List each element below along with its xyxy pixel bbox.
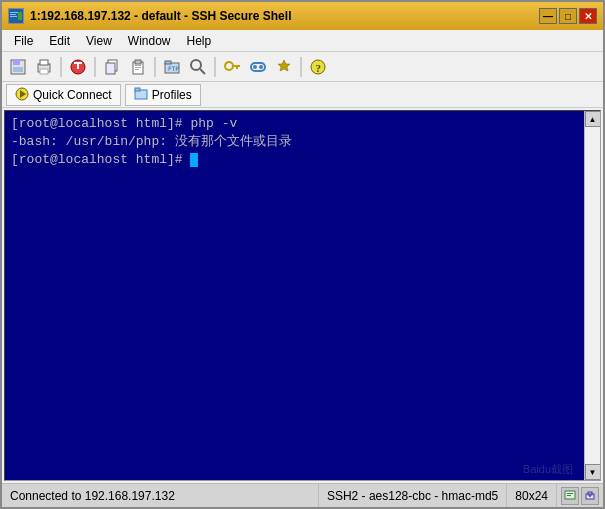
tunnel-toolbar-btn[interactable] bbox=[246, 55, 270, 79]
toolbar-sep-1 bbox=[60, 57, 62, 77]
svg-point-32 bbox=[259, 65, 263, 69]
status-icon-1[interactable] bbox=[561, 487, 579, 505]
svg-text:FTP: FTP bbox=[168, 65, 179, 72]
svg-point-31 bbox=[253, 65, 257, 69]
save-toolbar-btn[interactable] bbox=[6, 55, 30, 79]
svg-point-24 bbox=[191, 60, 201, 70]
svg-rect-7 bbox=[13, 67, 23, 72]
svg-rect-4 bbox=[18, 12, 22, 20]
menu-help[interactable]: Help bbox=[179, 32, 220, 50]
svg-rect-2 bbox=[10, 14, 16, 15]
close-button[interactable]: ✕ bbox=[579, 8, 597, 24]
menu-file[interactable]: File bbox=[6, 32, 41, 50]
scroll-up-button[interactable]: ▲ bbox=[585, 111, 601, 127]
svg-rect-27 bbox=[232, 65, 239, 67]
window-title: 1:192.168.197.132 - default - SSH Secure… bbox=[30, 9, 291, 23]
profiles-icon bbox=[134, 87, 148, 103]
scroll-down-button[interactable]: ▼ bbox=[585, 464, 601, 480]
toolbar-sep-2 bbox=[94, 57, 96, 77]
svg-rect-13 bbox=[74, 62, 82, 64]
svg-rect-41 bbox=[567, 493, 573, 494]
svg-rect-42 bbox=[567, 495, 571, 496]
toolbar-sep-3 bbox=[154, 57, 156, 77]
svg-point-26 bbox=[225, 62, 233, 70]
svg-rect-19 bbox=[135, 67, 141, 68]
svg-rect-39 bbox=[135, 88, 140, 91]
app-icon bbox=[8, 8, 24, 24]
encryption-status: SSH2 - aes128-cbc - hmac-md5 bbox=[319, 484, 507, 507]
key-toolbar-btn[interactable] bbox=[220, 55, 244, 79]
sftp-toolbar-btn[interactable]: FTP bbox=[160, 55, 184, 79]
toolbar-sep-4 bbox=[214, 57, 216, 77]
svg-marker-33 bbox=[278, 60, 290, 71]
terminal-container: [root@localhost html]# php -v -bash: /us… bbox=[4, 110, 601, 481]
status-icons bbox=[557, 487, 603, 505]
find-toolbar-btn[interactable] bbox=[186, 55, 210, 79]
print-toolbar-btn[interactable] bbox=[32, 55, 56, 79]
quick-connect-icon bbox=[15, 87, 29, 103]
help-toolbar-btn[interactable]: ? bbox=[306, 55, 330, 79]
terminal-scrollbar[interactable]: ▲ ▼ bbox=[584, 111, 600, 480]
svg-rect-1 bbox=[10, 12, 18, 13]
copy-toolbar-btn[interactable] bbox=[100, 55, 124, 79]
maximize-button[interactable]: □ bbox=[559, 8, 577, 24]
nav-bar: Quick Connect Profiles bbox=[2, 82, 603, 108]
svg-rect-10 bbox=[40, 69, 48, 74]
svg-rect-29 bbox=[238, 65, 240, 67]
svg-rect-18 bbox=[135, 65, 141, 66]
terminal-cursor bbox=[190, 153, 198, 167]
toolbar: FTP bbox=[2, 52, 603, 82]
terminal-output[interactable]: [root@localhost html]# php -v -bash: /us… bbox=[5, 111, 584, 480]
svg-rect-3 bbox=[10, 16, 17, 17]
paste-toolbar-btn[interactable] bbox=[126, 55, 150, 79]
svg-rect-15 bbox=[106, 63, 115, 74]
dimensions-status: 80x24 bbox=[507, 484, 557, 507]
profiles-button[interactable]: Profiles bbox=[125, 84, 201, 106]
menu-view[interactable]: View bbox=[78, 32, 120, 50]
svg-rect-6 bbox=[13, 60, 20, 65]
scrollbar-track[interactable] bbox=[585, 127, 600, 464]
status-bar: Connected to 192.168.197.132 SSH2 - aes1… bbox=[2, 483, 603, 507]
main-window: 1:192.168.197.132 - default - SSH Secure… bbox=[0, 0, 605, 509]
svg-rect-28 bbox=[236, 67, 238, 69]
toolbar-sep-5 bbox=[300, 57, 302, 77]
quick-connect-button[interactable]: Quick Connect bbox=[6, 84, 121, 106]
settings-toolbar-btn[interactable] bbox=[272, 55, 296, 79]
connection-status: Connected to 192.168.197.132 bbox=[2, 484, 319, 507]
svg-line-25 bbox=[200, 69, 205, 74]
title-bar-left: 1:192.168.197.132 - default - SSH Secure… bbox=[8, 8, 291, 24]
menu-window[interactable]: Window bbox=[120, 32, 179, 50]
status-icon-2[interactable] bbox=[581, 487, 599, 505]
window-controls: — □ ✕ bbox=[539, 8, 597, 24]
menu-edit[interactable]: Edit bbox=[41, 32, 78, 50]
profiles-label: Profiles bbox=[152, 88, 192, 102]
disconnect-toolbar-btn[interactable] bbox=[66, 55, 90, 79]
quick-connect-label: Quick Connect bbox=[33, 88, 112, 102]
svg-point-45 bbox=[589, 495, 591, 497]
svg-rect-17 bbox=[135, 60, 141, 64]
minimize-button[interactable]: — bbox=[539, 8, 557, 24]
svg-text:?: ? bbox=[316, 62, 322, 74]
svg-rect-20 bbox=[135, 69, 139, 70]
svg-rect-9 bbox=[40, 60, 48, 65]
svg-rect-22 bbox=[165, 61, 171, 64]
title-bar: 1:192.168.197.132 - default - SSH Secure… bbox=[2, 2, 603, 30]
menu-bar: File Edit View Window Help bbox=[2, 30, 603, 52]
